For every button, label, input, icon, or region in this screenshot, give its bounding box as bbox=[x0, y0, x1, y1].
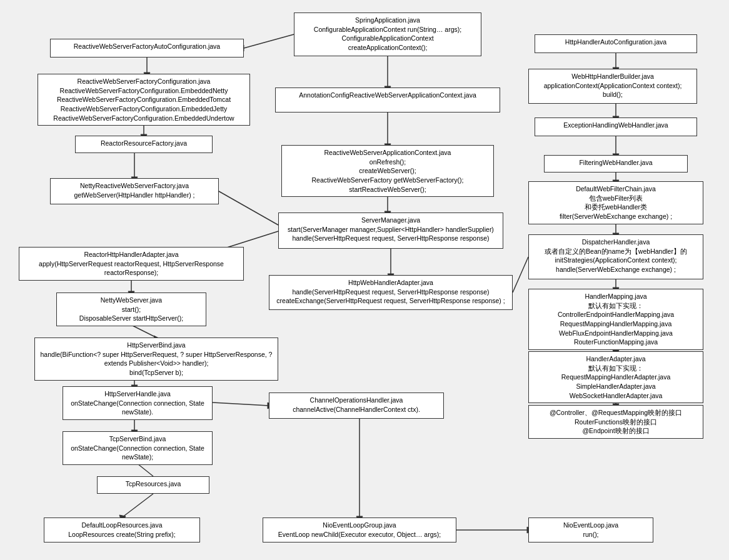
node-handlermapping: HandlerMapping.java 默认有如下实现： ControllerE… bbox=[528, 289, 703, 350]
node-defaultwebfilterchain: DefaultWebFilterChain.java 包含webFilter列表… bbox=[528, 181, 703, 224]
node-reactorresource: ReactorResourceFactory.java bbox=[75, 136, 213, 153]
node-webhttphandler: WebHttpHandlerBuilder.java applicationCo… bbox=[528, 69, 697, 104]
node-tcpresources: TcpResources.java bbox=[97, 476, 209, 494]
node-reactivefactoryconfig: ReactiveWebServerFactoryConfiguration.ja… bbox=[38, 74, 250, 126]
node-reactivewebserver: ReactiveWebServerApplicationContext.java… bbox=[281, 145, 494, 197]
node-channelops: ChannelOperationsHandler.java channelAct… bbox=[269, 392, 444, 419]
svg-line-41 bbox=[213, 402, 269, 406]
node-reactorhttpadapter: ReactorHttpHandlerAdapter.java apply(Htt… bbox=[19, 247, 244, 281]
node-httpwebhandleradapter: HttpWebHandlerAdapter.java handle(Server… bbox=[269, 275, 513, 310]
svg-line-35 bbox=[131, 325, 156, 338]
node-filteringweb: FilteringWebHandler.java bbox=[544, 155, 688, 172]
node-httpserverbind: HttpServerBind.java handle(BiFunction<? … bbox=[34, 338, 278, 381]
node-exceptionhandling: ExceptionHandlingWebHandler.java bbox=[535, 118, 697, 136]
node-nioeventloop: NioEventLoop.java run(); bbox=[528, 518, 653, 542]
svg-line-32 bbox=[513, 257, 528, 292]
node-controllermapping: @Controller、@RequestMapping映射的接口 RouterF… bbox=[528, 405, 703, 439]
svg-line-47 bbox=[138, 464, 153, 476]
node-nettywebserver: NettyWebServer.java start(); DisposableS… bbox=[56, 292, 206, 326]
node-nettyreactive: NettyReactiveWebServerFactory.java getWe… bbox=[50, 178, 219, 204]
svg-line-2 bbox=[244, 34, 294, 48]
node-reactivefactoryauto: ReactiveWebServerFactoryAutoConfiguratio… bbox=[50, 39, 244, 58]
svg-line-24 bbox=[219, 191, 278, 225]
node-dispatcherhandler: DispatcherHandler.java 或者自定义的Bean的name为【… bbox=[528, 234, 703, 279]
svg-line-48 bbox=[122, 494, 153, 518]
node-servermanager: ServerManager.java start(ServerManager m… bbox=[278, 212, 503, 249]
node-annotationctx: AnnotationConfigReactiveWebServerApplica… bbox=[275, 88, 500, 112]
node-nioeventloopgroup: NioEventLoopGroup.java EventLoop newChil… bbox=[263, 518, 456, 542]
node-springapp: SpringApplication.java ConfigurableAppli… bbox=[294, 12, 481, 56]
node-handleradapter: HandlerAdapter.java 默认有如下实现： RequestMapp… bbox=[528, 351, 703, 403]
node-httpauto: HttpHandlerAutoConfiguration.java bbox=[535, 34, 697, 53]
node-httpserverhandle: HttpServerHandle.java onStateChange(Conn… bbox=[63, 386, 213, 420]
diagram-container: SpringApplication.java ConfigurableAppli… bbox=[0, 0, 729, 560]
node-tcpserverbind: TcpServerBind.java onStateChange(Connect… bbox=[63, 431, 213, 465]
node-defaultloopresoures: DefaultLoopResources.java LoopResources … bbox=[44, 518, 200, 542]
